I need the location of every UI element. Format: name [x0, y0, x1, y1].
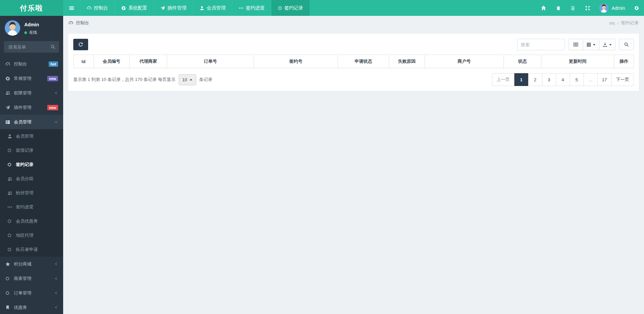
trash-icon	[556, 6, 561, 10]
top-navbar: 付乐啦 控制台系统配置插件管理会员管理签约进度签约记录 Admin	[0, 0, 644, 16]
sidebar-item-label: 粉丝管理	[16, 190, 33, 196]
sidebar-item-商家管理[interactable]: 商家管理	[0, 271, 63, 286]
next-page-button[interactable]: 下一页	[611, 73, 634, 86]
top-nav-item-系统配置[interactable]: 系统配置	[114, 0, 154, 16]
sidebar-submenu: 会员管理提现记录签约记录会员分组粉丝管理签约进度会员优惠券地区代理拓店者申请	[0, 129, 63, 257]
sidebar-subitem-拓店者申请[interactable]: 拓店者申请	[0, 242, 63, 257]
sidebar-subitem-会员分组[interactable]: 会员分组	[0, 172, 63, 186]
page-button-2[interactable]: 2	[528, 73, 542, 86]
home-icon	[541, 5, 546, 10]
search-button[interactable]	[619, 39, 634, 50]
circle-icon	[5, 277, 14, 281]
view-button-group	[568, 39, 616, 50]
dashboard-icon	[5, 62, 14, 66]
sidebar-item-label: 会员管理	[16, 133, 33, 139]
sidebar-item-订单管理[interactable]: 订单管理	[0, 286, 63, 300]
user-menu[interactable]: Admin	[595, 0, 629, 16]
sidebar-item-label: 权限管理	[14, 90, 31, 96]
sidebar-subitem-会员优惠券[interactable]: 会员优惠券	[0, 214, 63, 228]
export-button[interactable]	[599, 39, 616, 50]
column-header-失败原因: 失败原因	[389, 55, 424, 68]
sidebar-item-label: 常规管理	[14, 76, 31, 82]
sidebar-user-panel: Admin 在线	[0, 16, 63, 40]
hamburger-icon	[69, 5, 74, 11]
column-header-签约号: 签约号	[254, 55, 338, 68]
detail-view-button[interactable]	[568, 39, 583, 50]
sidebar-subitem-地区代理[interactable]: 地区代理	[0, 228, 63, 242]
column-header-更新时间: 更新时间	[541, 55, 614, 68]
sidebar-item-插件管理[interactable]: 插件管理new	[0, 100, 63, 115]
sidebar-item-权限管理[interactable]: 权限管理	[0, 86, 63, 100]
sidebar-item-优惠券[interactable]: 优惠券	[0, 300, 63, 314]
pagination-summary-suffix: 条记录	[199, 77, 212, 83]
plane-icon	[5, 105, 14, 110]
top-nav-item-label: 会员管理	[207, 5, 226, 11]
page-button-3[interactable]: 3	[542, 73, 556, 86]
dashboard-icon	[87, 6, 92, 10]
search-icon	[51, 45, 55, 49]
column-header-Id: Id	[74, 55, 94, 68]
detail-view-icon	[573, 42, 578, 47]
badge-new: new	[47, 105, 58, 110]
sidebar-search-input[interactable]	[8, 44, 51, 50]
top-nav-item-插件管理[interactable]: 插件管理	[154, 0, 193, 16]
settings-button[interactable]	[629, 0, 644, 16]
file-icon	[571, 6, 575, 10]
records-table: Id会员编号代理商家订单号签约号申请状态失败原因商户号状态更新时间操作	[73, 55, 634, 68]
gear-icon	[634, 6, 639, 10]
columns-button[interactable]	[583, 39, 599, 50]
top-nav-item-label: 签约记录	[284, 5, 303, 11]
top-nav-item-会员管理[interactable]: 会员管理	[193, 0, 232, 16]
sidebar-search	[4, 41, 59, 53]
table-toolbar	[73, 39, 634, 50]
refresh-icon	[78, 42, 83, 47]
page-size-select[interactable]: 10	[179, 74, 196, 85]
breadcrumb-item[interactable]: mc	[609, 21, 615, 26]
expand-button[interactable]	[580, 0, 595, 16]
column-header-订单号: 订单号	[167, 55, 254, 68]
sidebar: Admin 在线 控制台hot常规管理new权限管理插件管理new会员管理会员管…	[0, 16, 63, 314]
sidebar-item-常规管理[interactable]: 常规管理new	[0, 71, 63, 86]
users-icon	[5, 91, 14, 95]
circle-icon	[7, 233, 16, 237]
breadcrumb-separator: /	[617, 21, 619, 26]
sidebar-subitem-会员管理[interactable]: 会员管理	[0, 129, 63, 143]
sidebar-toggle-button[interactable]	[63, 0, 80, 16]
trash-button[interactable]	[551, 0, 566, 16]
navbar-right: Admin	[536, 0, 644, 16]
plane-icon	[160, 6, 165, 10]
online-dot-icon	[24, 31, 27, 34]
export-icon	[603, 42, 607, 47]
user-icon	[7, 134, 16, 139]
sidebar-item-label: 会员优惠券	[16, 218, 38, 224]
avatar	[599, 3, 609, 13]
avatar	[5, 20, 20, 36]
page-button-1[interactable]: 1	[514, 73, 529, 86]
table-footer: 显示第 1 到第 10 条记录，总共 170 条记录 每页显示 10 条记录 上…	[73, 73, 634, 86]
sidebar-item-label: 拓店者申请	[16, 247, 38, 253]
sidebar-item-控制台[interactable]: 控制台hot	[0, 57, 63, 71]
page-button-4[interactable]: 4	[556, 73, 570, 86]
top-nav-item-签约进度[interactable]: 签约进度	[232, 0, 271, 16]
sidebar-item-积分商城[interactable]: 积分商城	[0, 257, 63, 271]
sidebar-subitem-提现记录[interactable]: 提现记录	[0, 143, 63, 158]
page-button-17[interactable]: 17	[597, 73, 612, 86]
top-nav-item-签约记录[interactable]: 签约记录	[271, 0, 310, 16]
sidebar-item-会员管理[interactable]: 会员管理	[0, 115, 63, 129]
top-nav-item-控制台[interactable]: 控制台	[80, 0, 114, 16]
table-search-input[interactable]	[517, 39, 565, 50]
refresh-button[interactable]	[73, 39, 88, 50]
sidebar-subitem-粉丝管理[interactable]: 粉丝管理	[0, 186, 63, 200]
circle-icon	[7, 148, 16, 152]
sidebar-subitem-签约进度[interactable]: 签约进度	[0, 200, 63, 214]
chevron-left-icon	[54, 262, 58, 266]
home-button[interactable]	[536, 0, 551, 16]
file-button[interactable]	[566, 0, 580, 16]
bookmark-icon	[5, 305, 14, 310]
prev-page-button[interactable]: 上一页	[492, 73, 515, 86]
sidebar-subitem-签约记录[interactable]: 签约记录	[0, 158, 63, 172]
chevron-down-icon	[54, 120, 58, 124]
caret-up-icon	[189, 78, 192, 81]
page-button-5[interactable]: 5	[570, 73, 584, 86]
top-nav-item-label: 插件管理	[168, 5, 186, 11]
